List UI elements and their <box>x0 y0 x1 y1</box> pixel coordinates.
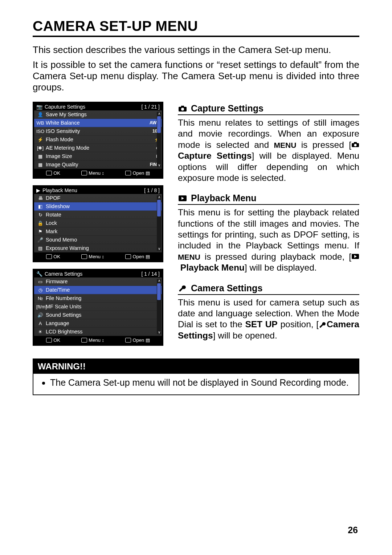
menu-item: ◧Slideshow <box>34 202 162 211</box>
wrench-icon <box>178 284 187 292</box>
status-item: Menu ↕ <box>81 337 104 343</box>
page-indicator: [ 1 / 8 ] <box>144 187 160 193</box>
menu-item: ◷Date/Time <box>34 286 162 294</box>
menu-item-label: Image Size <box>44 153 156 159</box>
menu-item: ▦Image QualityFINE <box>34 161 162 169</box>
play-icon <box>351 254 359 259</box>
warning-body: The Camera Set-up menu will not be displ… <box>33 374 359 394</box>
iso-icon: ISO <box>36 129 44 134</box>
flag-icon: ⚑ <box>36 229 44 234</box>
menu-item: 👤Save My Settings <box>34 110 162 119</box>
description-column: Capture Settings This menu relates to se… <box>178 102 359 351</box>
menu-item: [ft/m]MF Scale Units <box>34 303 162 311</box>
meter-icon: [✱] <box>36 145 44 151</box>
menu-item-label: Save My Settings <box>44 112 160 117</box>
warning-item: The Camera Set-up menu will not be displ… <box>50 377 352 388</box>
slide-icon: ◧ <box>36 204 44 209</box>
status-item: Open ▤ <box>125 254 150 259</box>
menu-item: ☀LCD Brightness <box>34 328 162 336</box>
chip-icon: ▭ <box>36 279 44 284</box>
page-number: 26 <box>348 525 358 535</box>
scrollbar: ∧∨ <box>157 195 161 251</box>
menu-item: [✱]AE Metering Mode◉ <box>34 144 162 152</box>
lang-icon: A <box>36 321 44 326</box>
menu-item: ▭Firmware <box>34 278 162 286</box>
speaker-icon: 🔊 <box>36 312 44 318</box>
flash-icon: ⚡ <box>36 137 44 142</box>
camera-icon <box>351 142 359 147</box>
grid2-icon: ▦ <box>36 162 44 167</box>
section-head-camera-settings: Camera Settings <box>178 283 359 295</box>
shot-title: Camera Settings <box>45 271 82 277</box>
menu-item-label: LCD Brightness <box>44 329 160 335</box>
play-icon <box>178 195 187 202</box>
menu-list: 👤Save My SettingsWBWhite BalanceAWBISOIS… <box>34 110 162 169</box>
warning-title: WARNING!! <box>33 359 359 374</box>
menu-item-label: Date/Time <box>44 287 160 293</box>
menu-item-label: Language <box>44 320 160 326</box>
shot-title: Caputure Settings <box>45 104 85 110</box>
menu-item: ISOISO Sensitivity100 <box>34 127 162 135</box>
menu-item-label: AE Metering Mode <box>44 145 156 151</box>
status-item: Menu ↕ <box>81 254 104 259</box>
menu-item-label: Rotate <box>44 212 160 218</box>
screenshot-camera-settings: 🔧 Camera Settings [ 1 / 14 ] ▭Firmware◷D… <box>33 269 163 346</box>
status-bar: OKMenu ↕Open ▤ <box>33 169 163 178</box>
shot-title: Playback Menu <box>42 187 77 193</box>
menu-item: ▨Exposure Warning <box>34 244 162 252</box>
svg-rect-4 <box>354 142 357 143</box>
status-item: Menu ↕ <box>81 170 104 176</box>
menu-item-label: Sound Settings <box>44 312 160 318</box>
menu-item-label: ISO Sensitivity <box>44 128 152 134</box>
screenshot-capture-settings: 📷 Caputure Settings [ 1 / 21 ] 👤Save My … <box>33 102 163 179</box>
menu-item: ALanguage <box>34 319 162 328</box>
menu-item-label: Sound Memo <box>44 237 160 243</box>
menu-list: 🖶DPOF◧Slideshow↻Rotate🔒Lock⚑Mark🎤Sound M… <box>34 194 162 252</box>
mic-icon: 🎤 <box>36 237 44 243</box>
menu-item: ⚑Mark <box>34 227 162 236</box>
wb-icon: WB <box>36 120 44 126</box>
screenshot-playback-menu: ▶ Playback Menu [ 1 / 8 ] 🖶DPOF◧Slidesho… <box>33 185 163 262</box>
wrench-icon <box>319 321 327 327</box>
intro-paragraph-1: This section describes the various setti… <box>33 44 359 56</box>
svg-rect-1 <box>181 106 184 107</box>
exp-icon: ▨ <box>36 246 44 251</box>
wrench-icon: 🔧 <box>36 271 42 277</box>
section-body-capture: This menu relates to settings of still i… <box>178 117 359 183</box>
intro-paragraph-2: It is possible to set the camera functio… <box>33 59 359 93</box>
menu-item: №File Numbering <box>34 294 162 303</box>
menu-item-label: Mark <box>44 228 160 234</box>
menu-item: 🎤Sound Memo <box>34 236 162 244</box>
section-title: Playback Menu <box>191 193 257 203</box>
screenshots-column: 📷 Caputure Settings [ 1 / 21 ] 👤Save My … <box>33 102 163 351</box>
svg-point-5 <box>354 144 357 146</box>
scrollbar: ∧∨ <box>157 279 161 334</box>
menu-list: ▭Firmware◷Date/Time№File Numbering[ft/m]… <box>34 278 162 336</box>
status-item: OK <box>46 337 60 343</box>
play-icon: ▶ <box>36 187 40 193</box>
menu-item-label: Flash Mode <box>44 137 154 142</box>
menu-item-label: Exposure Warning <box>44 245 160 251</box>
svg-point-2 <box>181 108 184 110</box>
user-icon: 👤 <box>36 112 44 117</box>
section-title: Capture Settings <box>191 103 264 114</box>
lock-icon: 🔒 <box>36 220 44 226</box>
section-body-playback: This menu is for setting the playback re… <box>178 207 359 273</box>
content-row: 📷 Caputure Settings [ 1 / 21 ] 👤Save My … <box>33 102 359 351</box>
grid-icon: ▦ <box>36 154 44 159</box>
warning-box: WARNING!! The Camera Set-up menu will no… <box>33 358 359 395</box>
menu-item-label: Image Quality <box>44 162 150 167</box>
menu-item: 🖶DPOF <box>34 194 162 202</box>
page-indicator: [ 1 / 14 ] <box>141 271 160 277</box>
page-indicator: [ 1 / 21 ] <box>141 104 160 110</box>
menu-item-label: Slideshow <box>44 203 160 209</box>
menu-item: 🔒Lock <box>34 219 162 227</box>
menu-item-label: MF Scale Units <box>44 304 160 309</box>
camera-icon: 📷 <box>36 104 42 110</box>
menu-item-label: Lock <box>44 220 160 226</box>
menu-item: ↻Rotate <box>34 211 162 219</box>
menu-item-label: White Balance <box>44 120 150 126</box>
menu-item: 🔊Sound Settings <box>34 311 162 319</box>
section-head-capture: Capture Settings <box>178 103 359 115</box>
print-icon: 🖶 <box>36 195 44 201</box>
